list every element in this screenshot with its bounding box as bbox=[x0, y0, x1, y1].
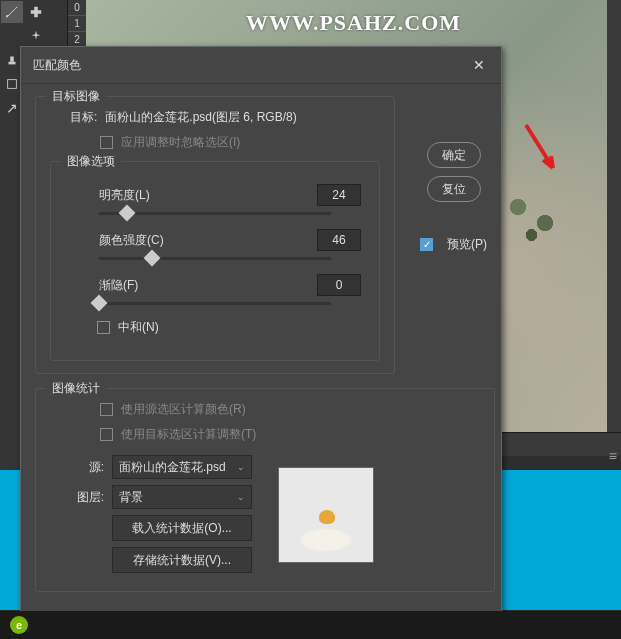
source-select[interactable]: 面粉山的金莲花.psd⌄ bbox=[112, 455, 252, 479]
options-group-label: 图像选项 bbox=[61, 153, 121, 170]
red-arrow bbox=[521, 120, 561, 180]
preview-checkbox[interactable] bbox=[420, 238, 433, 251]
neutralize-checkbox[interactable] bbox=[97, 321, 110, 334]
fade-input[interactable] bbox=[317, 274, 361, 296]
caret-icon: ⌄ bbox=[237, 492, 245, 502]
use-target-checkbox bbox=[100, 428, 113, 441]
use-source-checkbox bbox=[100, 403, 113, 416]
svg-rect-5 bbox=[8, 80, 17, 89]
ignore-selection-label: 应用调整时忽略选区(I) bbox=[121, 134, 240, 151]
watermark-text: WWW.PSAHZ.COM bbox=[246, 10, 461, 36]
match-color-dialog: 匹配颜色 ✕ 确定 复位 预览(P) 目标图像 目标: 面粉山的金莲花.psd(… bbox=[20, 46, 502, 625]
climbers-image bbox=[491, 175, 581, 255]
intensity-thumb[interactable] bbox=[144, 250, 161, 267]
brightness-label: 明亮度(L) bbox=[69, 187, 229, 204]
taskbar-app-icon[interactable]: e bbox=[10, 616, 28, 634]
preview-label: 预览(P) bbox=[447, 236, 487, 253]
use-target-label: 使用目标选区计算调整(T) bbox=[121, 426, 256, 443]
stats-group-label: 图像统计 bbox=[46, 380, 106, 397]
svg-rect-3 bbox=[10, 57, 14, 62]
layer-select[interactable]: 背景⌄ bbox=[112, 485, 252, 509]
brightness-input[interactable] bbox=[317, 184, 361, 206]
ignore-selection-checkbox[interactable] bbox=[100, 136, 113, 149]
intensity-slider[interactable] bbox=[99, 257, 331, 260]
tool-brush[interactable] bbox=[1, 25, 23, 47]
source-thumbnail bbox=[278, 467, 374, 563]
fade-slider[interactable] bbox=[99, 302, 331, 305]
panel-menu-icon[interactable]: ≡ bbox=[609, 448, 617, 464]
fade-thumb[interactable] bbox=[91, 295, 108, 312]
source-label: 源: bbox=[60, 459, 104, 476]
scrollbar-vertical[interactable] bbox=[607, 0, 621, 432]
save-stats-button[interactable]: 存储统计数据(V)... bbox=[112, 547, 252, 573]
tool-heal[interactable] bbox=[25, 1, 47, 23]
layers-strip: 0 1 2 bbox=[68, 0, 86, 50]
ok-button[interactable]: 确定 bbox=[427, 142, 481, 168]
layer-label: 图层: bbox=[60, 489, 104, 506]
brightness-thumb[interactable] bbox=[118, 205, 135, 222]
brightness-slider[interactable] bbox=[99, 212, 331, 215]
target-label: 目标: bbox=[70, 109, 97, 126]
caret-icon: ⌄ bbox=[237, 462, 245, 472]
svg-rect-2 bbox=[9, 62, 16, 65]
target-group-label: 目标图像 bbox=[46, 88, 106, 105]
reset-button[interactable]: 复位 bbox=[427, 176, 481, 202]
intensity-label: 颜色强度(C) bbox=[69, 232, 229, 249]
load-stats-button[interactable]: 载入统计数据(O)... bbox=[112, 515, 252, 541]
close-icon[interactable]: ✕ bbox=[469, 55, 489, 75]
target-value: 面粉山的金莲花.psd(图层 6, RGB/8) bbox=[105, 109, 296, 126]
tool-eyedropper[interactable] bbox=[1, 1, 23, 23]
use-source-label: 使用源选区计算颜色(R) bbox=[121, 401, 246, 418]
dialog-title-text: 匹配颜色 bbox=[33, 57, 81, 74]
tool-wand[interactable] bbox=[25, 25, 47, 47]
neutralize-label: 中和(N) bbox=[118, 319, 159, 336]
fade-label: 渐隐(F) bbox=[69, 277, 229, 294]
taskbar: e bbox=[0, 611, 621, 639]
svg-rect-1 bbox=[34, 7, 38, 18]
intensity-input[interactable] bbox=[317, 229, 361, 251]
